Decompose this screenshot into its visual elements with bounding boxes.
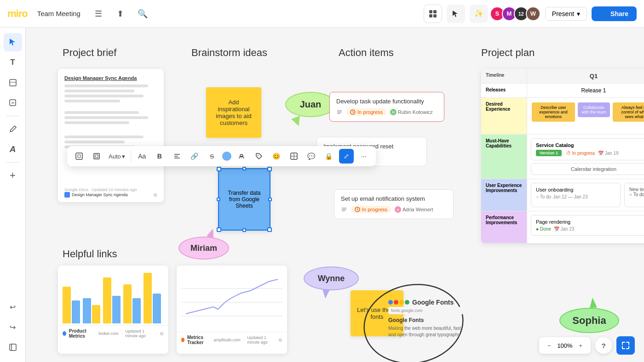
- sidebar-item-redo[interactable]: ↪: [4, 318, 22, 336]
- resize-handle-tr[interactable]: [267, 167, 272, 171]
- section-plan: Project plan: [481, 47, 535, 59]
- share-button[interactable]: 👤 Share: [592, 6, 637, 21]
- resize-handle-l[interactable]: [217, 198, 220, 201]
- chart-2-source: amplitude.com: [213, 338, 241, 342]
- doc-title: Design Manager Sync Agenda: [64, 75, 157, 81]
- chart-1-label: Product Metrics: [69, 328, 96, 339]
- sidebar-item-text-large[interactable]: A: [4, 140, 22, 158]
- sticky-transfer-data[interactable]: Transfer data from Google Sheets: [219, 169, 270, 230]
- tb-mention-button[interactable]: [234, 149, 249, 164]
- tb-expand-button[interactable]: ⤢: [339, 149, 354, 164]
- collaborator-avatars: S M 12 W: [493, 6, 540, 21]
- sidebar: T A + ↩ ↪: [0, 28, 26, 362]
- gf-url: fonts.google.com: [388, 307, 465, 314]
- sophia-arrow: [589, 297, 597, 308]
- pp-sc-status: ⏱ In progress: [566, 151, 595, 156]
- resize-handle-t[interactable]: [242, 167, 246, 170]
- upload-icon[interactable]: ⬆: [112, 6, 129, 22]
- apps-button[interactable]: [424, 5, 442, 23]
- sidebar-item-cursor[interactable]: [4, 33, 22, 51]
- gf-logo-row: Google Fonts: [388, 299, 465, 306]
- tb-table-button[interactable]: [287, 149, 301, 164]
- fit-to-screen-button[interactable]: [616, 336, 635, 355]
- search-icon[interactable]: 🔍: [134, 6, 151, 22]
- tb-lock-button[interactable]: 🔒: [322, 149, 336, 164]
- sidebar-item-shapes[interactable]: [4, 94, 22, 112]
- action-3-meta: In progress A Adria Weinert: [341, 206, 447, 213]
- sticky-transfer-text: Transfer data from Google Sheets: [224, 190, 265, 209]
- tb-frame-icon[interactable]: [89, 149, 104, 164]
- sidebar-item-sticky[interactable]: [4, 74, 22, 92]
- share-icon: 👤: [600, 10, 608, 17]
- bottom-bar: − 100% + ?: [539, 336, 635, 355]
- magic-tool-button[interactable]: ✨: [470, 5, 488, 23]
- svg-rect-1: [433, 10, 437, 13]
- sidebar-item-undo[interactable]: ↩: [4, 298, 22, 316]
- tb-align-button[interactable]: [170, 149, 184, 164]
- resize-handle-tl[interactable]: [217, 167, 221, 171]
- bar-y5: [144, 273, 152, 323]
- zoom-out-button[interactable]: −: [544, 340, 555, 351]
- tb-more-button[interactable]: ···: [356, 149, 371, 164]
- zoom-in-button[interactable]: +: [575, 340, 586, 351]
- resize-handle-r[interactable]: [268, 198, 272, 201]
- bar-b1: [72, 300, 80, 323]
- resize-handle-bl[interactable]: [217, 227, 221, 232]
- sidebar-item-pencil[interactable]: [4, 120, 22, 138]
- sidebar-item-panel[interactable]: [4, 338, 22, 356]
- chart-2-label: Metrics Tracker: [187, 335, 211, 345]
- resize-handle-b[interactable]: [242, 228, 246, 232]
- present-button[interactable]: Present ▾: [545, 7, 587, 21]
- bar-b5: [153, 294, 161, 323]
- pp-desired-exp-row: Desired Experience Describe user experie…: [481, 98, 644, 135]
- menu-icon[interactable]: ☰: [90, 6, 107, 22]
- bar-group-1: [63, 287, 80, 323]
- section-brainstorm: Brainstorm ideas: [191, 47, 267, 59]
- topbar-left: miro Team Meeting ☰ ⬆ 🔍: [7, 6, 151, 22]
- tb-resize-icon[interactable]: [72, 149, 86, 164]
- bar-y3: [103, 277, 111, 323]
- pp-pr-date: 📅 Jan 23: [554, 226, 575, 232]
- board-title[interactable]: Team Meeting: [33, 7, 85, 20]
- pp-desired-exp-label: Desired Experience: [481, 98, 527, 134]
- tb-emoji-button[interactable]: 😊: [269, 149, 284, 164]
- topbar: miro Team Meeting ☰ ⬆ 🔍 ✨ S M 12 W Prese…: [0, 0, 644, 28]
- tb-tag-button[interactable]: [252, 149, 266, 164]
- pp-ux-row: User Experience Improvements User onboar…: [481, 179, 644, 211]
- action-3-assignee: A Adria Weinert: [395, 206, 433, 213]
- doc-line-4: [64, 100, 120, 102]
- tb-color-circle[interactable]: [222, 152, 231, 161]
- doc-source: Design Manager Sync Agenda: [64, 192, 128, 198]
- tb-link-button[interactable]: 🔗: [187, 149, 202, 164]
- pp-sc-date: 📅 Jan 19: [598, 151, 619, 156]
- pp-sticky-3: Always feel in control of who sees what: [613, 102, 644, 122]
- cursor-tool-button[interactable]: [447, 5, 465, 23]
- tb-comment-button[interactable]: 💬: [304, 149, 319, 164]
- pp-must-have-label: Must-Have Capabilities: [481, 135, 527, 179]
- sticky-inspirational[interactable]: Add inspirational images to aid customer…: [206, 87, 261, 138]
- doc-line-6: [64, 116, 148, 119]
- help-button[interactable]: ?: [595, 337, 612, 354]
- pp-perf-label: Performance Improvements: [481, 211, 527, 243]
- tb-bold-button[interactable]: B: [152, 149, 167, 164]
- tb-auto-dropdown[interactable]: Auto ▾: [107, 153, 127, 160]
- topbar-right: ✨ S M 12 W Present ▾ 👤 Share: [424, 5, 637, 23]
- svg-rect-3: [433, 14, 437, 17]
- bar-b3: [112, 296, 121, 323]
- chart-2-updated: Updated 1 minute ago: [247, 335, 276, 345]
- pp-service-catalog: Service Catalog Version 1 ⏱ In progress …: [531, 138, 644, 160]
- bar-chart: [63, 270, 164, 325]
- svg-marker-5: [10, 39, 15, 45]
- sidebar-item-text[interactable]: T: [4, 53, 22, 72]
- canvas[interactable]: Project brief Brainstorm ideas Action it…: [26, 28, 644, 362]
- tb-font-button[interactable]: Aa: [135, 149, 150, 164]
- bar-group-3: [103, 277, 121, 323]
- chevron-down-icon: ▾: [577, 10, 580, 17]
- svg-marker-4: [453, 11, 458, 17]
- sidebar-divider: [6, 116, 20, 116]
- tb-strikethrough-button[interactable]: S: [205, 149, 219, 164]
- resize-handle-br[interactable]: [267, 227, 272, 232]
- doc-line-7: [64, 121, 129, 124]
- sidebar-item-add[interactable]: +: [4, 166, 22, 185]
- gf-desc: Making the web more beautiful, fast, and…: [388, 325, 465, 338]
